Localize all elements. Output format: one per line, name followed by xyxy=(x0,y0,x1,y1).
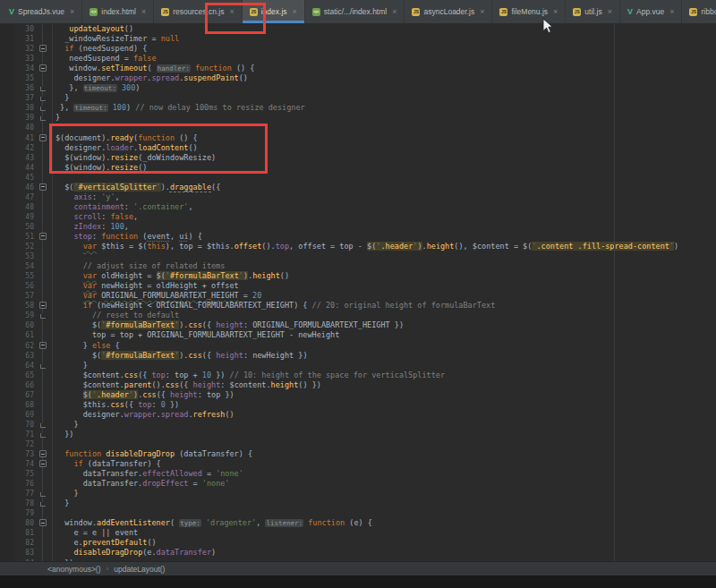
fold-gutter[interactable] xyxy=(34,83,52,93)
code-line[interactable]: 62 } else { xyxy=(0,341,716,351)
code-line[interactable]: 78 } xyxy=(0,499,716,508)
tab-filemenu.js[interactable]: JSfileMenu.js× xyxy=(492,0,566,23)
code-line[interactable]: 45 xyxy=(0,173,716,183)
fold-collapse-icon[interactable] xyxy=(39,45,47,52)
tab-static-...-index.html[interactable]: <>static/.../index.html× xyxy=(305,0,405,23)
code-line[interactable]: 58 if (newHeight < ORIGINAL_FORMULABARTE… xyxy=(0,301,716,311)
fold-gutter[interactable] xyxy=(34,420,52,430)
fold-end-icon[interactable] xyxy=(40,364,46,369)
fold-gutter[interactable] xyxy=(34,44,52,54)
close-tab-icon[interactable]: × xyxy=(141,7,146,16)
code-line[interactable]: 64 } xyxy=(0,361,716,371)
code-line[interactable]: 56 var newHeight = oldHeight + offset xyxy=(0,281,716,291)
close-tab-icon[interactable]: × xyxy=(293,7,297,16)
fold-gutter[interactable] xyxy=(34,449,52,459)
code-line[interactable]: 74 if (dataTransfer) { xyxy=(0,459,716,469)
close-tab-icon[interactable]: × xyxy=(70,7,74,16)
code-line[interactable]: 46 $('#verticalSplitter').draggable({ xyxy=(0,183,716,192)
fold-gutter[interactable] xyxy=(34,183,52,192)
fold-collapse-icon[interactable] xyxy=(39,64,47,72)
code-line[interactable]: 47 axis: 'y', xyxy=(0,192,716,202)
fold-collapse-icon[interactable] xyxy=(39,183,47,191)
tab-asyncloader.js[interactable]: JSasyncLoader.js× xyxy=(405,0,492,23)
code-line[interactable]: 80 window.addEventListener( type: 'drage… xyxy=(0,518,716,528)
code-line[interactable]: 79 xyxy=(0,508,716,518)
breadcrumb-item-anonymous[interactable]: <anonymous>() xyxy=(47,565,101,574)
fold-end-icon[interactable] xyxy=(40,502,46,507)
code-line[interactable]: 33 needSuspend = false xyxy=(0,54,716,64)
fold-gutter[interactable] xyxy=(34,103,52,113)
fold-gutter[interactable] xyxy=(34,361,52,371)
tab-app.vue[interactable]: VApp.vue× xyxy=(620,0,682,23)
code-line[interactable]: 48 containment: '.container', xyxy=(0,202,716,212)
fold-gutter[interactable] xyxy=(34,341,52,351)
fold-collapse-icon[interactable] xyxy=(39,450,47,457)
fold-end-icon[interactable] xyxy=(40,97,46,101)
code-line[interactable]: 49 scroll: false, xyxy=(0,212,716,222)
fold-gutter[interactable] xyxy=(34,113,52,123)
close-tab-icon[interactable]: × xyxy=(392,7,396,16)
code-line[interactable]: 31 _windowResizeTimer = null xyxy=(0,34,716,44)
code-line[interactable]: 53 xyxy=(0,251,716,261)
fold-collapse-icon[interactable] xyxy=(39,519,47,526)
code-line[interactable]: 36 }, timeout: 300) xyxy=(0,83,716,93)
code-line[interactable]: 57 var ORIGINAL_FORMULABARTEXT_HEIGHT = … xyxy=(0,291,716,301)
fold-gutter[interactable] xyxy=(34,430,52,439)
close-tab-icon[interactable]: × xyxy=(608,7,612,16)
breadcrumb-item-updatelayout[interactable]: updateLayout() xyxy=(114,565,165,574)
fold-gutter[interactable] xyxy=(34,499,52,508)
code-line[interactable]: 51 stop: function (event, ui) { xyxy=(0,232,716,242)
fold-end-icon[interactable] xyxy=(40,87,46,91)
fold-end-icon[interactable] xyxy=(40,314,46,319)
code-line[interactable]: 77 } xyxy=(0,489,716,499)
tab-ribbon.js[interactable]: JSribbon.js× xyxy=(682,0,716,23)
code-line[interactable]: 68 $this.css({ top: 0 }) xyxy=(0,400,716,410)
code-line[interactable]: 55 var oldHeight = $('#formulaBarText').… xyxy=(0,271,716,281)
fold-gutter[interactable] xyxy=(34,459,52,469)
fold-gutter[interactable] xyxy=(34,518,52,528)
fold-collapse-icon[interactable] xyxy=(39,342,47,349)
fold-gutter[interactable] xyxy=(34,232,52,242)
code-line[interactable]: 52 var $this = $(this), top = $this.offs… xyxy=(0,242,716,251)
fold-end-icon[interactable] xyxy=(40,492,46,497)
close-tab-icon[interactable]: × xyxy=(553,7,558,16)
code-editor[interactable]: 30 updateLayout()31 _windowResizeTimer =… xyxy=(0,24,716,561)
fold-collapse-icon[interactable] xyxy=(39,233,47,240)
code-line[interactable]: 35 designer.wrapper.spread.suspendPaint(… xyxy=(0,73,716,83)
code-line[interactable]: 34 window.setTimeout( handler: function … xyxy=(0,64,716,73)
code-line[interactable]: 70 } xyxy=(0,420,716,430)
fold-end-icon[interactable] xyxy=(40,107,46,111)
close-tab-icon[interactable]: × xyxy=(480,7,484,16)
code-line[interactable]: 65 $content.css({ top: top + 10 }) // 10… xyxy=(0,371,716,380)
fold-gutter[interactable] xyxy=(34,489,52,499)
code-line[interactable]: 39} xyxy=(0,113,716,123)
code-line[interactable]: 82 e.preventDefault() xyxy=(0,538,716,548)
code-line[interactable]: 30 updateLayout() xyxy=(0,24,716,34)
code-line[interactable]: 66 $content.parent().css({ height: $cont… xyxy=(0,380,716,390)
code-line[interactable]: 81 e = e || event xyxy=(0,528,716,538)
fold-end-icon[interactable] xyxy=(40,423,46,428)
code-area[interactable]: 30 updateLayout()31 _windowResizeTimer =… xyxy=(0,24,716,561)
fold-gutter[interactable] xyxy=(34,93,52,103)
code-line[interactable]: 50 zIndex: 100, xyxy=(0,222,716,232)
code-line[interactable]: 63 $('#formulaBarText').css({ height: ne… xyxy=(0,351,716,361)
fold-end-icon[interactable] xyxy=(40,433,46,438)
code-line[interactable]: 59 // reset to default xyxy=(0,311,716,320)
fold-collapse-icon[interactable] xyxy=(39,460,47,467)
fold-collapse-icon[interactable] xyxy=(39,134,47,141)
code-line[interactable]: 67 $('.header').css({ height: top }) xyxy=(0,390,716,400)
tab-util.js[interactable]: JSutil.js× xyxy=(566,0,620,23)
code-line[interactable]: 73 function disableDragDrop (dataTransfe… xyxy=(0,449,716,459)
code-line[interactable]: 71 }) xyxy=(0,430,716,439)
code-line[interactable]: 83 disableDragDrop(e.dataTransfer) xyxy=(0,548,716,558)
fold-gutter[interactable] xyxy=(34,301,52,311)
fold-gutter[interactable] xyxy=(34,311,52,320)
code-line[interactable]: 75 dataTransfer.effectAllowed = 'none' xyxy=(0,469,716,479)
tab-spreadjs.vue[interactable]: VSpreadJs.vue× xyxy=(2,0,82,23)
code-line[interactable]: 38 }, timeout: 100) // now delay 100ms t… xyxy=(0,103,716,113)
code-line[interactable]: 54 // adjust size of related items xyxy=(0,261,716,271)
code-line[interactable]: 69 designer.wrapper.spread.refresh() xyxy=(0,410,716,420)
code-line[interactable]: 72 xyxy=(0,439,716,449)
close-tab-icon[interactable]: × xyxy=(669,7,674,16)
fold-end-icon[interactable] xyxy=(40,116,46,121)
